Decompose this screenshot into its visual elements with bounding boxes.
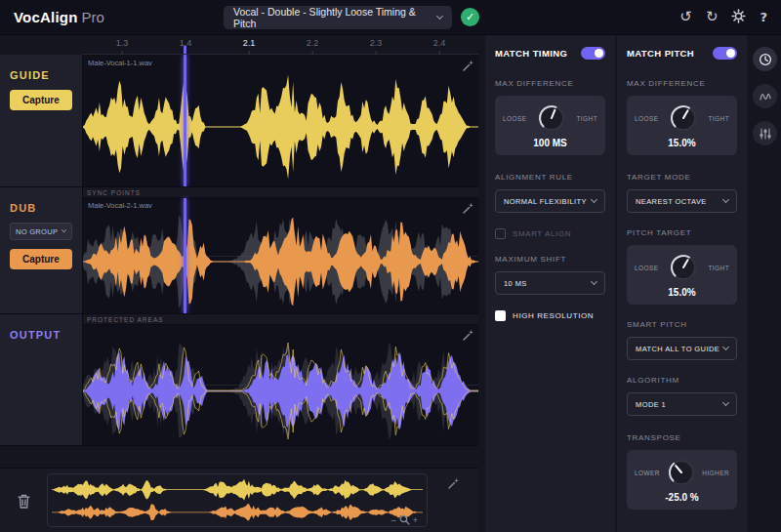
zoom-control[interactable]: – +: [391, 514, 418, 525]
preset-valid-icon: ✓: [461, 8, 479, 26]
pitch-max-difference-label: MAX DIFFERENCE: [627, 79, 737, 88]
sync-points-strip[interactable]: SYNC POINTS: [83, 187, 478, 198]
maximum-shift-value: 10 MS: [504, 279, 527, 288]
tracks-spacer: [0, 446, 478, 468]
dub-group-value: NO GROUP: [16, 227, 58, 236]
chevron-down-icon: [722, 344, 729, 350]
algorithm-label: ALGORITHM: [627, 376, 737, 385]
pitch-view-button[interactable]: [753, 84, 777, 108]
overview-guide-waveform: [52, 477, 423, 502]
timeline-tick: 2.3: [370, 38, 383, 48]
pitch-target-knob[interactable]: [669, 253, 698, 282]
output-track-label: OUTPUT: [10, 329, 61, 341]
app-edition: Pro: [82, 9, 104, 25]
chevron-down-icon: [722, 196, 729, 203]
trash-icon[interactable]: [11, 488, 36, 513]
protected-areas-strip[interactable]: PROTECTED AREAS: [83, 314, 478, 325]
guide-waveform-area[interactable]: Male-Vocal-1-1.wav: [83, 55, 478, 186]
timing-max-difference-knob[interactable]: [537, 103, 566, 133]
loose-label: LOOSE: [503, 115, 526, 122]
timing-view-button[interactable]: [753, 47, 777, 71]
alignment-rule-label: ALIGNMENT RULE: [495, 173, 605, 182]
guide-capture-button[interactable]: Capture: [10, 90, 72, 110]
redo-icon[interactable]: ↻: [706, 10, 719, 24]
control-panels: MATCH TIMING MAX DIFFERENCE LOOSE TIGHT …: [478, 35, 781, 532]
match-timing-title: MATCH TIMING: [495, 48, 567, 59]
smart-align-checkbox-row[interactable]: SMART ALIGN: [495, 228, 605, 239]
chevron-down-icon: [722, 399, 729, 406]
dub-group-dropdown[interactable]: NO GROUP: [10, 223, 72, 240]
target-mode-label: TARGET MODE: [627, 173, 737, 182]
zoom-in-icon[interactable]: +: [413, 515, 418, 525]
settings-view-button[interactable]: [753, 121, 777, 145]
target-mode-dropdown[interactable]: NEAREST OCTAVE: [627, 189, 737, 213]
overview-scroll-region[interactable]: [47, 473, 428, 527]
output-waveform-area[interactable]: PROTECTED AREAS: [83, 314, 478, 445]
dub-waveform-area[interactable]: SYNC POINTS Male-Vocal-2-1.wav: [83, 187, 478, 313]
smart-align-checkbox[interactable]: [495, 228, 506, 239]
magnifier-icon: [399, 514, 410, 525]
output-track: OUTPUT PROTECTED AREAS: [0, 314, 478, 446]
pitch-target-card: LOOSE TIGHT 15.0%: [627, 245, 737, 305]
app-name: VocAlign: [14, 9, 78, 25]
help-icon[interactable]: ?: [760, 11, 767, 23]
timeline-ruler[interactable]: 1.3 1.4 2.1 2.2 2.3 2.4: [83, 35, 478, 55]
dub-capture-button[interactable]: Capture: [10, 249, 72, 269]
algorithm-value: MODE 1: [636, 400, 666, 409]
transpose-card: LOWER HIGHER -25.0 %: [627, 450, 737, 510]
overview-navigator: – +: [0, 468, 478, 532]
pitch-max-difference-knob[interactable]: [669, 103, 698, 133]
pitch-target-value: 15.0%: [668, 287, 695, 298]
settings-gear-icon[interactable]: [731, 9, 746, 26]
match-pitch-title: MATCH PITCH: [627, 48, 694, 59]
transpose-value: -25.0 %: [665, 492, 698, 503]
toolbar: ↺ ↻ ?: [679, 9, 767, 26]
timing-max-difference-value: 100 MS: [533, 138, 566, 148]
lower-label: LOWER: [635, 470, 660, 476]
smart-align-label: SMART ALIGN: [513, 229, 571, 238]
guide-waveform: [83, 69, 478, 184]
guide-track-label: GUIDE: [10, 69, 50, 81]
playhead-ruler-marker[interactable]: [184, 46, 186, 54]
playhead[interactable]: [184, 198, 186, 313]
chevron-down-icon: [436, 13, 443, 20]
navigator-wand-icon[interactable]: [447, 476, 459, 494]
pitch-max-difference-card: LOOSE TIGHT 15.0%: [627, 96, 737, 155]
preset-selector[interactable]: Vocal - Double - Slightly Loose Timing &…: [224, 6, 452, 29]
dub-track: DUB NO GROUP Capture SYNC POINTS Male-Vo…: [0, 187, 478, 314]
pitch-target-label: PITCH TARGET: [627, 228, 737, 237]
loose-label: LOOSE: [635, 115, 658, 122]
sliders-icon: [759, 127, 772, 141]
dub-process-wand-icon[interactable]: [462, 201, 473, 219]
transpose-knob[interactable]: [667, 458, 696, 487]
smart-pitch-value: MATCH ALL TO GUIDE: [636, 345, 719, 353]
smart-pitch-label: SMART PITCH: [627, 320, 737, 329]
zoom-out-icon[interactable]: –: [391, 515, 396, 525]
view-mode-strip: [749, 35, 781, 532]
undo-icon[interactable]: ↺: [679, 10, 692, 24]
dub-file-name: Male-Vocal-2-1.wav: [88, 201, 152, 210]
dub-track-label: DUB: [10, 202, 36, 214]
algorithm-dropdown[interactable]: MODE 1: [627, 392, 737, 416]
output-process-wand-icon[interactable]: [462, 328, 473, 346]
match-timing-toggle[interactable]: [581, 47, 605, 60]
guide-process-wand-icon[interactable]: [462, 59, 473, 76]
tight-label: TIGHT: [709, 115, 730, 122]
output-waveform: [83, 338, 478, 444]
higher-label: HIGHER: [702, 470, 729, 476]
workspace: 1.3 1.4 2.1 2.2 2.3 2.4 GUIDE Capture Ma…: [0, 35, 781, 532]
alignment-rule-value: NORMAL FLEXIBILITY: [504, 197, 587, 206]
high-resolution-checkbox-row[interactable]: HIGH RESOLUTION: [495, 310, 605, 321]
smart-pitch-dropdown[interactable]: MATCH ALL TO GUIDE: [627, 337, 737, 360]
alignment-rule-dropdown[interactable]: NORMAL FLEXIBILITY: [495, 189, 605, 213]
chevron-down-icon: [591, 196, 597, 203]
timing-max-difference-card: LOOSE TIGHT 100 MS: [495, 96, 605, 155]
vocalign-window: VocAlign Pro Vocal - Double - Slightly L…: [0, 0, 781, 532]
high-resolution-checkbox[interactable]: [495, 310, 506, 321]
match-pitch-toggle[interactable]: [713, 47, 737, 60]
maximum-shift-dropdown[interactable]: 10 MS: [495, 271, 605, 295]
chevron-down-icon: [591, 278, 597, 285]
guide-track-header: GUIDE Capture: [0, 55, 83, 186]
playhead[interactable]: [184, 55, 186, 186]
tight-label: TIGHT: [709, 265, 730, 271]
